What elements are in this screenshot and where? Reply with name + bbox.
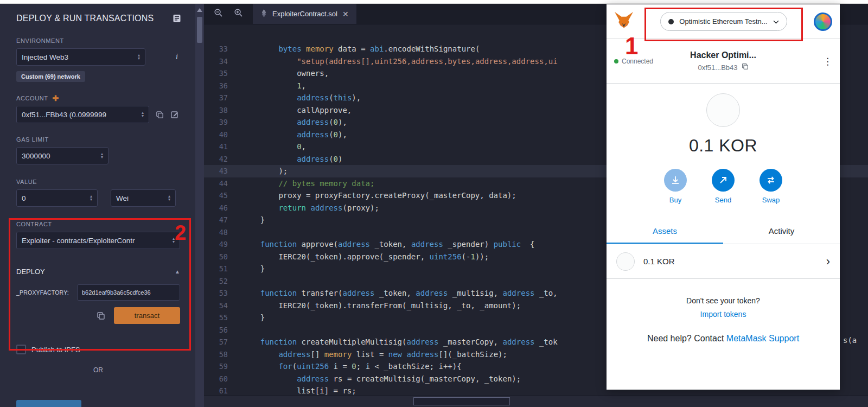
number-stepper-icon[interactable]: ▴▾ — [86, 195, 92, 201]
asset-token-icon — [616, 252, 635, 271]
deploy-section-header[interactable]: DEPLOY ▲ — [16, 268, 180, 276]
deploy-run-panel: DEPLOY & RUN TRANSACTIONS ENVIRONMENT In… — [0, 4, 195, 407]
value-unit-select[interactable]: Wei ▴▾ — [111, 189, 176, 207]
publish-ipfs-checkbox[interactable] — [16, 345, 26, 354]
swap-icon — [760, 169, 782, 192]
copy-account-icon[interactable] — [156, 111, 164, 119]
tab-exploitercontract[interactable]: ExploiterContract.sol ✕ — [253, 4, 356, 24]
annotation-number-1: 1 — [625, 33, 638, 60]
send-icon — [712, 169, 735, 192]
select-stepper-icon[interactable]: ▴▾ — [168, 237, 175, 244]
scrollbar-thumb[interactable] — [197, 17, 202, 43]
edit-account-icon[interactable] — [170, 110, 179, 119]
token-question: Don't see your token? — [607, 296, 840, 305]
metamask-header: Optimistic Ethereum Testn... — [607, 4, 840, 39]
transact-button[interactable]: transact — [114, 307, 180, 324]
line-number: 50 — [204, 251, 242, 263]
line-number: 40 — [204, 129, 242, 141]
zoom-out-icon[interactable] — [214, 8, 223, 20]
metamask-tabs: Assets Activity — [607, 219, 840, 244]
line-number: 58 — [204, 348, 242, 361]
code-text: function createMultipleMultisig(address … — [242, 336, 558, 348]
or-label: OR — [16, 366, 180, 374]
send-label: Send — [715, 196, 731, 204]
line-number: 59 — [204, 360, 242, 373]
publish-ipfs-label: Publish to IPFS — [31, 346, 80, 354]
at-address-button-partial[interactable] — [16, 400, 81, 407]
account-avatar[interactable] — [814, 12, 832, 31]
add-account-icon[interactable]: ✚ — [53, 96, 59, 101]
code-text: ); — [242, 165, 288, 177]
code-text: address[] memory list = new address[](_b… — [242, 348, 507, 361]
code-text: address(0), — [242, 129, 347, 141]
network-selector[interactable]: Optimistic Ethereum Testn... — [660, 12, 787, 31]
asset-amount: 0.1 KOR — [643, 257, 675, 266]
code-text: IERC20(_token).transferFrom(_multisig, _… — [242, 300, 521, 312]
metamask-fox-icon[interactable] — [614, 11, 634, 32]
line-number: 42 — [204, 153, 242, 166]
asset-list-item[interactable]: 0.1 KOR › — [607, 244, 840, 279]
import-tokens-link[interactable]: Import tokens — [607, 310, 840, 319]
code-text: list[i] = rs; — [242, 385, 356, 395]
account-balance: 0.1 KOR — [689, 136, 757, 156]
solidity-icon — [260, 9, 267, 19]
token-logo-placeholder — [706, 93, 740, 127]
annotation-number-2: 2 — [175, 221, 186, 245]
scroll-up-icon[interactable] — [197, 8, 202, 12]
docs-icon[interactable] — [173, 14, 181, 23]
select-stepper-icon[interactable]: ▴▾ — [133, 54, 140, 60]
copy-calldata-icon[interactable] — [97, 311, 105, 320]
zoom-in-icon[interactable] — [234, 8, 243, 20]
line-number: 54 — [204, 300, 242, 312]
chevron-up-icon[interactable]: ▲ — [175, 269, 180, 275]
info-icon[interactable]: i — [176, 53, 178, 61]
code-text: address rs = createMultisig(_masterCopy,… — [242, 373, 521, 385]
send-button[interactable]: Send — [712, 169, 735, 204]
account-bar: Connected Hacker Optimi... 0xf51...Bb43 … — [607, 39, 840, 84]
swap-button[interactable]: Swap — [760, 169, 782, 204]
code-text: callApprove, — [242, 104, 352, 117]
tab-activity[interactable]: Activity — [723, 219, 840, 244]
chevron-down-icon — [773, 17, 779, 26]
close-tab-icon[interactable]: ✕ — [342, 10, 349, 18]
line-number: 57 — [204, 336, 242, 348]
line-number: 36 — [204, 80, 242, 92]
number-stepper-icon[interactable]: ▴▾ — [97, 152, 103, 159]
select-stepper-icon[interactable]: ▴▾ — [137, 111, 144, 118]
code-text: // bytes memory data; — [242, 177, 374, 190]
account-options-icon[interactable]: ⋮ — [823, 55, 832, 67]
account-name[interactable]: Hacker Optimi... — [690, 50, 756, 60]
code-text: } — [242, 311, 265, 324]
metamask-support-link[interactable]: MetaMask Support — [726, 334, 799, 343]
balance-section: 0.1 KOR — [607, 84, 840, 156]
environment-value: Injected Web3 — [22, 53, 68, 61]
proxyfactory-label: _PROXYFACTORY: — [16, 289, 77, 296]
code-text: } — [242, 214, 265, 226]
buy-button[interactable]: Buy — [664, 169, 687, 204]
network-badge: Custom (69) network — [16, 71, 85, 82]
code-text: bytes memory data = abi.encodeWithSignat… — [242, 43, 480, 55]
tab-assets[interactable]: Assets — [607, 219, 723, 244]
help-text: Need help? Contact MetaMask Support — [607, 334, 840, 344]
account-address[interactable]: 0xf51...Bb43 — [698, 63, 749, 72]
select-stepper-icon[interactable]: ▴▾ — [164, 195, 170, 201]
line-number: 56 — [204, 324, 242, 336]
proxyfactory-input[interactable]: b62d1eaf9b3a6c5cdfce36 — [77, 284, 180, 301]
gas-limit-input[interactable]: 3000000 ▴▾ — [16, 147, 108, 164]
line-number: 39 — [204, 116, 242, 129]
panel-scrollbar[interactable] — [195, 4, 204, 407]
line-number: 53 — [204, 287, 242, 300]
terminal-input-partial[interactable] — [413, 397, 510, 405]
line-number: 51 — [204, 263, 242, 275]
account-select[interactable]: 0xf51...FBb43 (0.0999999 ▴▾ — [16, 106, 149, 123]
copy-address-icon[interactable] — [742, 63, 749, 72]
account-value: 0xf51...FBb43 (0.0999999 — [22, 111, 106, 119]
network-dot-icon — [668, 19, 674, 24]
line-number: 33 — [204, 43, 242, 55]
value-input[interactable]: 0 ▴▾ — [16, 189, 98, 207]
environment-select[interactable]: Injected Web3 ▴▾ — [16, 48, 145, 66]
swap-label: Swap — [762, 196, 780, 204]
code-text: address(0), — [242, 116, 347, 129]
line-number: 37 — [204, 92, 242, 104]
contract-select[interactable]: Exploiter - contracts/ExploiterContr ▴▾ — [16, 232, 180, 249]
